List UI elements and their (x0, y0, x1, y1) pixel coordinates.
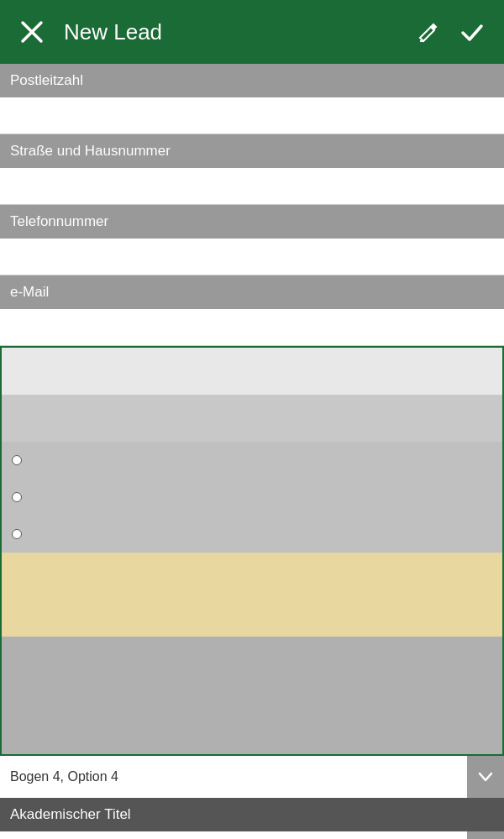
page-title: New Lead (64, 19, 162, 45)
dropdown-options-box (0, 346, 504, 756)
app-header: New Lead (0, 0, 504, 64)
confirm-button[interactable] (454, 13, 491, 50)
close-button[interactable] (13, 13, 50, 50)
akademischer-titel-value: Keiner (0, 831, 467, 839)
dropdown-option-2[interactable] (2, 395, 502, 442)
strasse-field: Straße und Hausnummer (0, 134, 504, 205)
telefon-label: Telefonnummer (0, 205, 504, 239)
edit-button[interactable] (410, 13, 447, 50)
dropdown-option-4[interactable] (2, 479, 502, 516)
dropdown-option-7[interactable] (2, 637, 502, 754)
postleitzahl-label: Postleitzahl (0, 64, 504, 97)
email-input[interactable] (0, 309, 504, 346)
radio-circle-5 (12, 529, 22, 539)
email-field: e-Mail (0, 275, 504, 346)
strasse-input[interactable] (0, 168, 504, 205)
postleitzahl-field: Postleitzahl (0, 64, 504, 134)
dropdown-option-5[interactable] (2, 516, 502, 553)
bogen-dropdown-chevron[interactable] (467, 756, 504, 798)
dropdown-option-1[interactable] (2, 348, 502, 395)
akademischer-titel-row: Keiner (0, 831, 504, 839)
telefon-field: Telefonnummer (0, 205, 504, 275)
akademischer-titel-field: Akademischer Titel Keiner (0, 798, 504, 839)
dropdown-option-3[interactable] (2, 442, 502, 479)
radio-circle-3 (12, 455, 22, 465)
email-label: e-Mail (0, 275, 504, 309)
bogen-selected-row: Bogen 4, Option 4 (0, 756, 504, 798)
strasse-label: Straße und Hausnummer (0, 134, 504, 168)
akademischer-titel-label: Akademischer Titel (0, 798, 504, 831)
radio-circle-4 (12, 492, 22, 502)
telefon-input[interactable] (0, 239, 504, 275)
bogen-selected-value: Bogen 4, Option 4 (0, 756, 467, 798)
header-actions (410, 13, 491, 50)
akademischer-titel-chevron[interactable] (467, 831, 504, 839)
postleitzahl-input[interactable] (0, 97, 504, 134)
dropdown-option-6[interactable] (2, 553, 502, 637)
header-left: New Lead (13, 13, 162, 50)
